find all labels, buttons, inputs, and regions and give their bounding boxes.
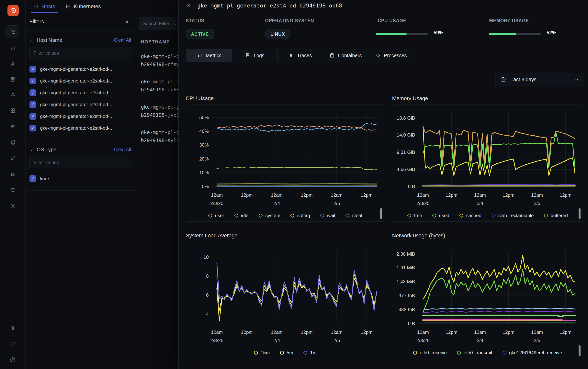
chart-panel: 0%10%20%30%40%50%12am2/3/2512pm12am2/412… [186, 104, 385, 222]
filter-values-input[interactable] [30, 47, 131, 59]
grid-icon [10, 108, 16, 113]
checkbox-checked[interactable]: ✓ [30, 113, 36, 120]
svg-text:2/5: 2/5 [534, 338, 540, 343]
drawer-tab-processes[interactable]: Processes [368, 49, 414, 62]
svg-text:2/3/25: 2/3/25 [416, 201, 430, 206]
svg-text:12pm: 12pm [445, 192, 457, 198]
legend-scrollbar[interactable] [578, 345, 580, 356]
filter-option-label: gke-mgmt-pl-generator-e2st4-od-... [40, 66, 113, 72]
filter-option-label: linux [40, 176, 50, 181]
svg-text:12pm: 12pm [503, 329, 514, 335]
sidebar-item-get-started[interactable] [7, 25, 19, 38]
sidebar-item-settings[interactable] [8, 201, 18, 211]
svg-text:12am: 12am [417, 329, 429, 335]
sidebar-item-traces[interactable] [8, 58, 18, 69]
filter-section: ⌄Host NameClear All✓gke-mgmt-pl-generato… [26, 31, 136, 140]
sidebar-item-account[interactable] [8, 354, 18, 365]
chart-title: CPU Usage [186, 95, 385, 104]
tab-hosts[interactable]: Hosts [33, 0, 55, 13]
legend-item-system[interactable]: system [259, 213, 280, 218]
svg-text:12am: 12am [211, 192, 223, 198]
legend-ring-icon [208, 214, 212, 217]
sidebar-item-services[interactable] [8, 90, 18, 101]
svg-text:0 B: 0 B [408, 184, 415, 189]
filter-option-label: gke-mgmt-pl-generator-e2st4-od-... [40, 113, 113, 119]
legend-ring-icon [280, 351, 284, 355]
legend-item-slab-reclaimable[interactable]: slab_reclaimable [492, 213, 534, 218]
legend-item-gke12f61649ed4-receive[interactable]: gke12f61649ed4::receive [503, 350, 562, 355]
legend-scrollbar[interactable] [380, 208, 382, 219]
code-icon [375, 53, 381, 58]
drawer-tab-logs[interactable]: Logs [232, 49, 278, 62]
checkbox-checked[interactable]: ✓ [30, 125, 36, 132]
legend-item-15m[interactable]: 15m [254, 350, 270, 355]
legend-scrollbar[interactable] [578, 208, 580, 219]
chart-plot: 0%10%20%30%40%50%12am2/3/2512pm12am2/412… [186, 105, 385, 222]
clear-all-link[interactable]: Clear All [114, 38, 131, 43]
legend-item-eth0-receive[interactable]: eth0::receive [413, 350, 447, 355]
chevron-down-icon[interactable]: ⌄ [30, 147, 33, 152]
legend-item-used[interactable]: used [432, 213, 449, 218]
sidebar [0, 0, 26, 369]
legend-item-buffered[interactable]: buffered [544, 213, 568, 218]
sidebar-item-logs[interactable] [8, 74, 18, 85]
svg-text:1.43 MiB: 1.43 MiB [396, 279, 415, 284]
svg-text:12am: 12am [417, 192, 429, 198]
legend-item-softirq[interactable]: softirq [290, 213, 310, 218]
inbox-icon [65, 4, 71, 9]
layers-icon [10, 325, 16, 331]
legend-item-1m[interactable]: 1m [303, 350, 317, 355]
legend-item-5m[interactable]: 5m [280, 350, 293, 355]
drawer-tab-metrics[interactable]: Metrics [187, 49, 232, 62]
legend-label: gke12f61649ed4::receive [509, 350, 562, 355]
sidebar-item-feedback[interactable] [8, 338, 18, 349]
svg-text:12pm: 12pm [560, 192, 571, 198]
legend-item-user[interactable]: user [208, 213, 224, 218]
checkbox-checked[interactable]: ✓ [30, 89, 36, 96]
svg-text:2/3/25: 2/3/25 [210, 201, 223, 206]
legend-item-cached[interactable]: cached [459, 213, 481, 218]
sidebar-item-alerts[interactable] [8, 137, 18, 148]
time-range-select[interactable]: Last 3 days [495, 73, 584, 86]
sidebar-item-metrics[interactable] [8, 43, 18, 53]
tab-kubernetes[interactable]: Kubernetes [65, 0, 101, 13]
app-logo[interactable] [8, 5, 19, 16]
time-range-label: Last 3 days [510, 76, 536, 82]
legend-item-eth0-transmit[interactable]: eth0::transmit [457, 350, 492, 355]
legend-label: cached [466, 213, 481, 218]
svg-text:12pm: 12pm [361, 329, 372, 335]
legend-label: buffered [551, 213, 568, 218]
drawer-tab-traces[interactable]: Traces [278, 49, 323, 62]
sidebar-item-integrations[interactable] [8, 153, 18, 164]
collapse-filters-icon[interactable]: ⇤ [126, 18, 131, 25]
checkbox-checked[interactable]: ✓ [30, 101, 36, 108]
chevron-down-icon[interactable]: ⌄ [30, 38, 33, 43]
drawer-tab-containers[interactable]: Containers [323, 49, 368, 62]
sidebar-item-service-map[interactable] [8, 185, 18, 195]
list-lines-icon [10, 123, 16, 130]
filter-option: ✓gke-mgmt-pl-generator-e2st4-od-... [30, 87, 131, 99]
sidebar-item-queues[interactable] [8, 121, 18, 132]
legend-item-free[interactable]: free [407, 213, 422, 218]
checkbox-checked[interactable]: ✓ [30, 66, 36, 72]
sidebar-item-versions[interactable] [8, 323, 18, 333]
route-icon [10, 187, 16, 193]
sidebar-item-dashboards[interactable] [8, 105, 18, 116]
svg-text:977 KiB: 977 KiB [399, 293, 415, 298]
filter-option-label: gke-mgmt-pl-generator-e2st4-od-... [40, 90, 113, 95]
legend-ring-icon [544, 214, 548, 217]
svg-text:2/4: 2/4 [274, 201, 280, 206]
checkbox-checked[interactable]: ✓ [30, 175, 36, 182]
compass-icon [288, 53, 294, 58]
sidebar-item-exceptions[interactable] [8, 169, 18, 179]
legend-item-idle[interactable]: idle [235, 213, 248, 218]
legend-item-steal[interactable]: steal [345, 213, 362, 218]
filter-section-title: Host Name [37, 37, 62, 43]
gear-icon [10, 203, 16, 209]
legend-item-wait[interactable]: wait [320, 213, 335, 218]
checkbox-checked[interactable]: ✓ [30, 78, 36, 84]
filter-values-input[interactable] [30, 157, 131, 168]
clear-all-link[interactable]: Clear All [114, 147, 131, 152]
svg-text:40%: 40% [199, 129, 209, 134]
close-icon[interactable]: ✕ [185, 2, 192, 9]
